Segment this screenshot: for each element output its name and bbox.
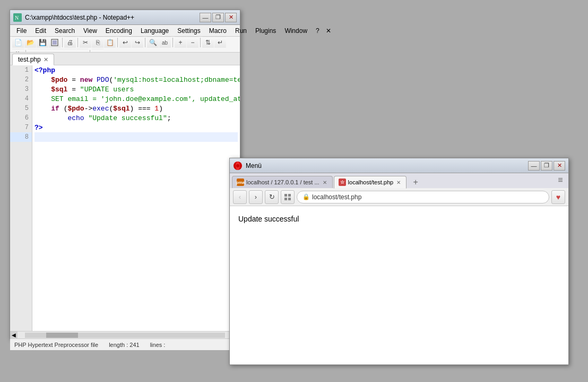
toolbar-sep-1: [62, 38, 63, 47]
test-php-tab-close[interactable]: ✕: [395, 180, 402, 185]
menu-language[interactable]: Language: [136, 26, 173, 36]
toolbar-paste[interactable]: 📋: [104, 37, 116, 48]
phpmyadmin-tab-label: localhost / 127.0.0.1 / test ...: [246, 179, 319, 185]
bookmark-button[interactable]: ♥: [551, 190, 565, 204]
toolbar-new[interactable]: 📄: [12, 37, 24, 48]
notepad-window: N C:\xampp\htdocs\test.php - Notepad++ —…: [10, 10, 240, 339]
toolbar-run[interactable]: ⚙: [92, 49, 103, 53]
menu-close-x[interactable]: ✕: [324, 27, 333, 35]
horizontal-scrollbar[interactable]: ◀ ▶: [10, 331, 240, 338]
line-num-2: 2: [10, 75, 32, 84]
line-num-7: 7: [10, 123, 32, 132]
toolbar-sep-5: [172, 38, 173, 47]
menu-settings[interactable]: Settings: [173, 26, 204, 36]
menu-plugins[interactable]: Plugins: [251, 26, 280, 36]
menu-help[interactable]: ?: [312, 26, 324, 36]
toolbar-cut[interactable]: ✂: [80, 37, 91, 48]
toolbar-synchscroll[interactable]: ⇅: [202, 37, 214, 48]
phpmyadmin-tab-icon: pma: [237, 179, 244, 186]
toolbar-stop[interactable]: ■: [40, 49, 51, 53]
tab-test-php-close[interactable]: ✕: [44, 56, 48, 63]
forward-button[interactable]: ›: [249, 190, 263, 204]
test-php-tab-label: localhost/test.php: [348, 179, 394, 185]
notepad-statusbar: PHP Hypertext Preprocessor file length :…: [10, 338, 240, 350]
toolbar-save-macro[interactable]: M: [76, 49, 88, 53]
notepad-restore-button[interactable]: ❐: [212, 13, 224, 22]
address-bar[interactable]: 🔒 localhost/test.php: [297, 191, 549, 203]
toolbar-playback-multi[interactable]: ▶▶: [64, 49, 76, 53]
toolbar-playback[interactable]: ▶: [52, 49, 64, 53]
toolbar-zoomout[interactable]: −: [187, 37, 198, 48]
code-line-6: echo "Update successful";: [34, 113, 238, 123]
toolbar-sep-3: [117, 38, 118, 47]
opera-window: Menü — ❐ ✕ pma localhost / 127.0.0.1 / t…: [229, 158, 569, 365]
opera-close-button[interactable]: ✕: [554, 161, 565, 171]
refresh-button[interactable]: ↻: [265, 190, 279, 204]
editor-area[interactable]: 1 2 3 4 5 6 7 8 <?php $pdo = new PDO('my…: [10, 65, 240, 338]
toolbar-copy[interactable]: ⎘: [92, 37, 103, 48]
toolbar-replace[interactable]: ab: [159, 37, 171, 48]
code-content[interactable]: <?php $pdo = new PDO('mysql:host=localho…: [32, 65, 240, 331]
menu-macro[interactable]: Macro: [205, 26, 231, 36]
opera-tab-test-php[interactable]: ☆ localhost/test.php ✕: [334, 176, 407, 189]
phpmyadmin-tab-close[interactable]: ✕: [322, 180, 328, 185]
browser-content: Update successful: [230, 206, 568, 364]
scrollbar-thumb[interactable]: [46, 333, 78, 338]
svg-text:ab: ab: [162, 40, 168, 46]
notepad-icon: N: [13, 13, 22, 22]
opera-new-tab-button[interactable]: +: [410, 176, 421, 188]
toolbar-indentguide[interactable]: [12, 49, 24, 53]
notepad-minimize-button[interactable]: —: [200, 13, 211, 22]
opera-minimize-button[interactable]: —: [528, 161, 540, 171]
notepad-title: C:\xampp\htdocs\test.php - Notepad++: [25, 14, 200, 21]
svg-point-11: [236, 164, 239, 167]
menu-encoding[interactable]: Encoding: [101, 26, 136, 36]
code-line-5: if ($pdo->exec($sql) === 1): [34, 104, 238, 113]
back-button[interactable]: ‹: [233, 190, 247, 204]
tab-test-php[interactable]: test.php ✕: [12, 54, 54, 65]
opera-restore-button[interactable]: ❐: [541, 161, 552, 171]
menu-view[interactable]: View: [79, 26, 101, 36]
toolbar-print[interactable]: 🖨: [64, 37, 76, 48]
toolbar-undo[interactable]: ↩: [119, 37, 131, 48]
line-numbers: 1 2 3 4 5 6 7 8: [10, 65, 32, 331]
svg-rect-12: [284, 194, 287, 197]
address-text: localhost/test.php: [312, 193, 361, 201]
toolbar-zoomin[interactable]: +: [175, 37, 186, 48]
code-line-1: <?php: [34, 65, 238, 75]
menu-search[interactable]: Search: [50, 26, 79, 36]
menu-run[interactable]: Run: [231, 26, 251, 36]
tab-test-php-label: test.php: [18, 56, 41, 63]
line-num-5: 5: [10, 104, 32, 113]
menu-file[interactable]: File: [12, 26, 31, 36]
toolbar-find[interactable]: 🔍: [147, 37, 159, 48]
opera-tabbar: pma localhost / 127.0.0.1 / test ... ✕ ☆…: [230, 173, 568, 188]
toolbar-open[interactable]: 📂: [24, 37, 36, 48]
address-shield-icon: 🔒: [302, 193, 310, 200]
toolbar-sep-6: [200, 38, 201, 47]
scrollbar-left[interactable]: ◀: [10, 332, 18, 339]
toolbar-wordwrap[interactable]: ↵: [214, 37, 226, 48]
line-num-6: 6: [10, 113, 32, 123]
scrollbar-track[interactable]: [25, 333, 225, 338]
toolbar-redo[interactable]: ↪: [132, 37, 143, 48]
menu-edit[interactable]: Edit: [31, 26, 50, 36]
opera-title: Menü: [246, 162, 528, 169]
line-num-4: 4: [10, 94, 32, 104]
notepad-close-button[interactable]: ✕: [225, 13, 237, 22]
code-line-3: $sql = "UPDATE users: [34, 84, 238, 94]
code-editor[interactable]: 1 2 3 4 5 6 7 8 <?php $pdo = new PDO('my…: [10, 65, 240, 331]
menu-window[interactable]: Window: [280, 26, 312, 36]
speed-dial-button[interactable]: [281, 190, 295, 204]
toolbar-saveall[interactable]: [49, 37, 60, 48]
opera-tab-menu-icon[interactable]: ≡: [555, 174, 566, 186]
svg-rect-14: [284, 198, 287, 200]
notepad-window-controls: — ❐ ✕: [200, 13, 237, 22]
opera-logo-icon: [233, 161, 243, 171]
toolbar-save[interactable]: 💾: [37, 37, 48, 48]
test-php-tab-icon: ☆: [339, 179, 346, 186]
opera-navbar: ‹ › ↻ 🔒 localhost/test.php ♥: [230, 188, 568, 206]
opera-tab-actions: ≡: [555, 174, 566, 188]
toolbar-record[interactable]: ●: [28, 49, 39, 53]
opera-tab-phpmyadmin[interactable]: pma localhost / 127.0.0.1 / test ... ✕: [232, 176, 333, 188]
